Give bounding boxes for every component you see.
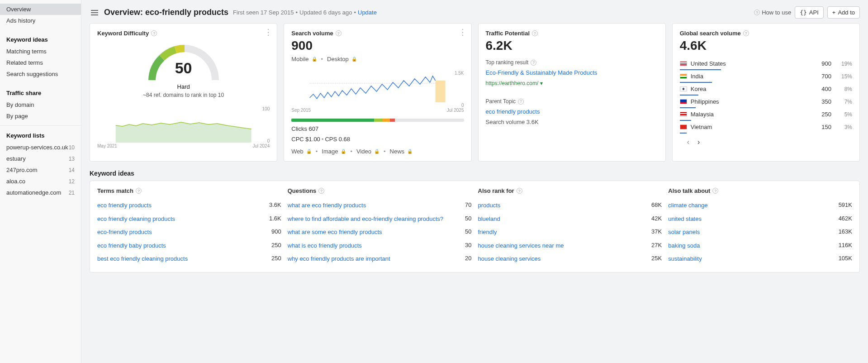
keyword-value: 37K [651,228,662,235]
keyword-link[interactable]: sustainability [668,255,834,263]
keyword-value: 116K [839,242,852,248]
card-menu-icon[interactable]: ⋮ [459,28,467,36]
kd-value: 50 [143,59,224,77]
axis-date: Jul 2025 [447,108,464,113]
add-to-button[interactable]: +Add to [827,6,860,19]
help-icon[interactable]: ? [517,188,522,194]
country-row[interactable]: United States90019% [680,57,852,70]
keyword-link[interactable]: baking soda [668,242,834,250]
idea-row: products68K [478,199,662,212]
idea-row: eco friendly baby products250 [97,239,281,253]
sv-image: Image [322,148,338,155]
lock-icon: 🔒 [306,149,312,154]
help-icon[interactable]: ? [532,30,538,36]
country-row[interactable]: India70015% [680,70,852,83]
keyword-value: 105K [839,255,852,262]
top-ranking-result[interactable]: Eco-Friendly & Sustainably Made Products [486,69,598,76]
keyword-value: 1.6K [269,215,281,222]
keyword-link[interactable]: why eco friendly products are important [288,255,460,263]
flag-icon [680,99,687,104]
gv-value: 4.6K [680,38,852,53]
idea-row: united states462K [668,212,852,226]
parent-topic-link[interactable]: eco friendly products [486,108,540,115]
sidebar-traffic-share-title: Traffic share [0,87,81,99]
keyword-difficulty-card: ⋮ Keyword Difficulty? 50 Hard ~84 ref. d… [90,23,277,162]
keyword-link[interactable]: best eco friendly cleaning products [97,255,267,263]
keyword-list-item[interactable]: aloa.co12 [0,176,81,187]
prev-page-icon[interactable]: ‹ [687,138,689,146]
country-row[interactable]: Vietnam1503% [680,121,852,134]
kd-gauge: 50 [143,39,224,82]
help-icon[interactable]: ? [712,188,718,194]
keyword-link[interactable]: house cleaning services near me [478,242,647,250]
sidebar-search-suggestions[interactable]: Search suggestions [0,68,81,80]
update-link[interactable]: Update [358,9,377,16]
help-icon[interactable]: ? [136,188,142,194]
axis-date: May 2021 [97,143,117,148]
page-title: Overview: eco-friendly products [104,8,228,17]
sv-trend-chart [291,71,464,107]
keyword-link[interactable]: united states [668,215,834,223]
keyword-list-item[interactable]: automationedge.com21 [0,187,81,198]
keyword-link[interactable]: eco friendly cleaning products [97,215,265,223]
help-icon[interactable]: ? [531,60,536,66]
sidebar-matching-terms[interactable]: Matching terms [0,46,81,57]
main-content: Overview: eco-friendly products First se… [81,0,868,363]
keyword-list-item[interactable]: estuary13 [0,153,81,164]
top-ranking-url[interactable]: https://earthhero.com/ ▾ [486,80,543,86]
kd-trend-chart [97,106,270,143]
next-page-icon[interactable]: › [697,138,700,146]
keyword-link[interactable]: eco-friendly products [97,228,267,236]
keyword-link[interactable]: eco friendly baby products [97,242,267,250]
keyword-link[interactable]: products [478,201,647,210]
keyword-link[interactable]: house cleaning services [478,255,647,263]
keyword-link[interactable]: what are eco friendly products [288,201,460,210]
also-rank-column: Also rank for? products68Kblueland42Kfri… [478,187,662,266]
sidebar-keyword-ideas-title: Keyword ideas [0,33,81,46]
keyword-link[interactable]: where to find affordable and eco-friendl… [288,215,460,223]
sidebar-overview[interactable]: Overview [0,4,81,15]
api-button[interactable]: {}API [795,6,824,19]
keyword-link[interactable]: climate change [668,201,834,210]
menu-toggle-icon[interactable] [90,9,100,17]
keyword-link[interactable]: eco friendly products [97,201,265,210]
keyword-list-item[interactable]: powerup-services.co.uk10 [0,142,81,153]
keyword-link[interactable]: friendly [478,228,647,236]
help-icon[interactable]: ? [518,99,524,105]
keyword-link[interactable]: what is eco friendly products [288,242,460,250]
help-icon[interactable]: ? [318,188,324,194]
sidebar-by-page[interactable]: By page [0,110,81,122]
country-row[interactable]: Philippines3507% [680,96,852,108]
kd-subtext: ~84 ref. domains to rank in top 10 [143,92,224,98]
page-header: Overview: eco-friendly products First se… [90,0,860,23]
help-icon[interactable]: ? [336,30,342,36]
sv-desktop-label: Desktop [327,56,349,62]
help-icon[interactable]: ? [743,30,749,36]
col-title: Questions [288,187,317,194]
country-row[interactable]: Malaysia2505% [680,108,852,121]
parent-topic-label: Parent Topic [486,98,516,105]
lock-icon: 🔒 [341,149,346,154]
card-menu-icon[interactable]: ⋮ [264,28,272,36]
keyword-list-item[interactable]: 247pro.com14 [0,164,81,176]
idea-row: what are some eco friendly products50 [288,225,472,239]
keyword-link[interactable]: solar panels [668,228,834,236]
keyword-link[interactable]: blueland [478,215,647,223]
keyword-value: 68K [651,201,662,208]
country-row[interactable]: Korea4008% [680,83,852,96]
help-icon[interactable]: ? [151,30,157,36]
idea-row: sustainability105K [668,252,852,266]
sidebar-by-domain[interactable]: By domain [0,99,81,110]
keyword-value: 30 [465,242,471,248]
keyword-value: 462K [839,215,852,222]
idea-row: baking soda116K [668,239,852,253]
how-to-use-link[interactable]: ?How to use [754,9,791,16]
keyword-link[interactable]: what are some eco friendly products [288,228,460,236]
axis-date: Jul 2024 [252,143,270,148]
sidebar-ads-history[interactable]: Ads history [0,15,81,26]
idea-row: eco friendly products3.6K [97,199,281,212]
sidebar-related-terms[interactable]: Related terms [0,57,81,68]
search-volume-card: ⋮ Search volume? 900 Mobile🔒• Desktop🔒 1… [284,23,471,162]
keyword-value: 27K [651,242,662,248]
sv-title: Search volume [291,30,333,37]
